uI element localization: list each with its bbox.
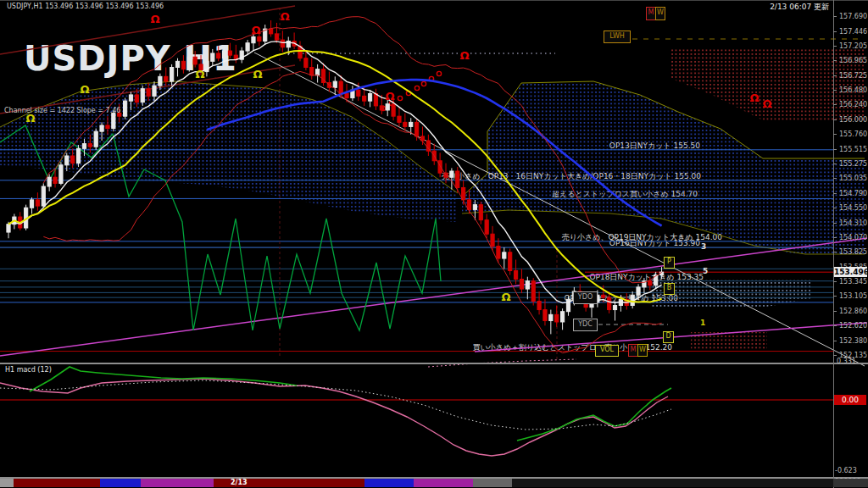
timeline-segment[interactable]: [364, 479, 414, 487]
axis-tick: [833, 208, 837, 208]
timeline-segment[interactable]: [414, 479, 473, 487]
omega-signal-marker: Ω: [251, 24, 260, 36]
updated-timestamp[interactable]: 2/13 06:07 更新: [723, 3, 829, 11]
wave-count-label: 5: [703, 267, 708, 275]
timeline-bar[interactable]: 2/13: [0, 479, 868, 487]
timeline-segment[interactable]: [0, 479, 14, 487]
candle-body: [164, 76, 168, 81]
candle-body: [509, 252, 512, 271]
price-axis-label: 156.000: [839, 116, 867, 124]
axis-tick: [833, 178, 837, 179]
axis-tick: [833, 252, 837, 252]
candle-body: [357, 90, 360, 96]
chart-canvas[interactable]: ΩΩΩΩΩΩΩΩΩΩΩΩ: [0, 0, 868, 488]
candle-body: [170, 68, 174, 82]
timeline-segment[interactable]: [14, 479, 100, 487]
chart-label-box: LWH: [604, 30, 631, 43]
indicator-max-label: 0.331: [837, 358, 856, 365]
candle-body: [333, 81, 337, 87]
timeline-segment[interactable]: [473, 479, 512, 487]
ichimoku-clouds: [0, 49, 865, 351]
candle-body: [252, 36, 255, 42]
wave-count-label: 1: [700, 319, 705, 327]
omega-signal-marker: Ω: [459, 49, 469, 62]
candle-body: [316, 69, 320, 75]
candle-body: [7, 225, 10, 232]
macd-current-value-tag: 0.00: [834, 395, 866, 405]
chart-label-box: VOL: [595, 345, 619, 357]
price-axis-label: 153.105: [839, 292, 867, 300]
timeline-segment[interactable]: [512, 479, 833, 487]
candle-body: [438, 161, 442, 173]
signal-dot-chain: [398, 96, 402, 100]
candle-body: [514, 270, 517, 279]
price-axis-label: 154.550: [839, 204, 867, 212]
current-price-tag: 153.496: [834, 267, 867, 277]
candle-body: [30, 200, 33, 208]
indicator-min-label: -0.623: [835, 467, 857, 474]
candle-body: [76, 148, 80, 163]
candle-body: [153, 86, 156, 96]
candle-body: [141, 89, 144, 103]
candle-body: [82, 144, 86, 149]
candle-body: [129, 95, 132, 101]
macd-main-green: [517, 388, 671, 441]
axis-tick: [833, 296, 837, 297]
candle-body: [217, 53, 220, 58]
candle-body: [106, 125, 109, 129]
candle-body: [345, 94, 348, 98]
candle-body: [485, 220, 488, 235]
candle-body: [112, 114, 115, 129]
chart-label-box: W: [637, 344, 648, 357]
timeline-segment[interactable]: [141, 479, 214, 487]
candle-body: [94, 131, 97, 147]
axis-tick: [833, 237, 837, 238]
candle-body: [473, 205, 476, 210]
price-axis-label: 154.310: [839, 219, 867, 227]
candle-body: [47, 177, 51, 186]
pane-separator[interactable]: [0, 363, 868, 364]
price-axis-label: 157.205: [839, 42, 867, 50]
candle-body: [281, 40, 284, 47]
candle-body: [187, 57, 191, 69]
axis-tick: [833, 46, 837, 47]
candle-body: [613, 306, 616, 310]
candle-body: [147, 89, 150, 97]
axis-tick: [833, 134, 837, 135]
candle-body: [555, 314, 559, 322]
candle-body: [456, 171, 459, 187]
candle-body: [59, 165, 63, 184]
timeline-segment[interactable]: [100, 479, 141, 487]
candle-body: [36, 200, 39, 206]
price-axis-label: 155.515: [839, 146, 867, 153]
signal-dot-chain: [421, 81, 426, 86]
candle-body: [409, 122, 413, 126]
candle-body: [135, 95, 138, 103]
candle-body: [310, 68, 314, 75]
candle-body: [531, 281, 535, 302]
chart-label-box: YDO: [573, 291, 598, 304]
ohlc-readout: USDJPY,H1 153.496 153.496 153.496 153.49…: [7, 3, 164, 10]
timeline-segment[interactable]: [833, 479, 868, 487]
price-axis-label: 157.690: [839, 13, 867, 20]
signal-dot-chain: [415, 86, 419, 90]
candle-body: [228, 51, 231, 55]
candle-body: [403, 122, 407, 126]
price-axis-label: 155.035: [839, 175, 867, 182]
axis-tick: [833, 75, 837, 76]
omega-signal-marker: Ω: [762, 97, 771, 110]
candle-body: [193, 57, 197, 64]
candle-body: [275, 34, 278, 40]
timeline-date-label: 2/13: [231, 479, 248, 486]
chart-label-box: YDC: [573, 319, 598, 331]
candle-body: [159, 76, 162, 86]
candle-body: [602, 295, 605, 297]
candle-body: [398, 116, 401, 122]
price-axis-label: 152.380: [839, 337, 867, 345]
candle-body: [181, 61, 185, 69]
axis-tick: [833, 311, 837, 312]
candle-body: [637, 287, 640, 295]
axis-tick: [833, 119, 837, 120]
chart-label-box: B: [664, 283, 675, 295]
candle-body: [386, 104, 389, 110]
